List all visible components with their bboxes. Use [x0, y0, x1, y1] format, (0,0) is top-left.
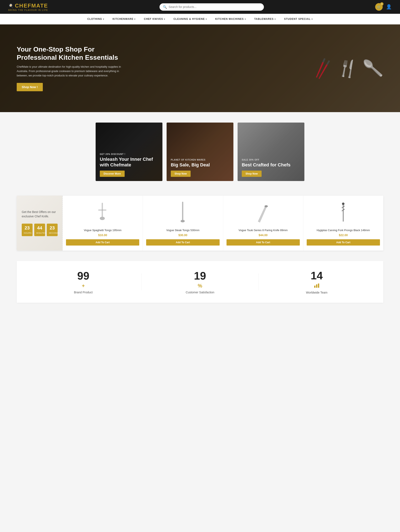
nav-item-kitchenware[interactable]: KITCHENWARE ▾	[108, 14, 140, 24]
deals-container: Get the Best Offers on our exclusive Che…	[17, 196, 383, 251]
svg-point-4	[181, 220, 185, 222]
stat-team-label: Worldwide Team	[306, 291, 328, 294]
chevron-down-icon: ▾	[134, 18, 135, 20]
add-to-cart-button-1[interactable]: Add To Cart	[66, 239, 139, 246]
product-2-name: Vogue Steak Tongs 530mm	[166, 229, 199, 232]
product-card-1: Vogue Spaghetti Tongs 195mm $10.00 Add T…	[63, 196, 143, 251]
promo-card-3-button[interactable]: Shop Now	[242, 171, 262, 177]
countdown-seconds-value: 23	[49, 225, 56, 231]
countdown-hours-value: 23	[24, 225, 31, 231]
hero-content: Your One-Stop Shop For Professional Kitc…	[17, 45, 125, 91]
hero-title: Your One-Stop Shop For Professional Kitc…	[17, 45, 125, 61]
cart-badge: 0	[380, 2, 383, 6]
stat-worldwide-team: 14 Worldwide Team	[259, 269, 375, 294]
hero-description: ChefMate is your ultimate destination fo…	[17, 65, 125, 78]
product-1-image	[90, 201, 115, 226]
svg-rect-10	[314, 286, 315, 288]
countdown-minutes-label: Minutes	[36, 232, 46, 234]
product-3-image	[251, 201, 276, 226]
product-3-name: Vogue Tsuki Series 8 Paring Knife 89mm	[238, 229, 287, 232]
nav-item-kitchen-machines[interactable]: KITCHEN MACHINES ▾	[211, 14, 250, 24]
add-to-cart-button-3[interactable]: Add To Cart	[227, 239, 300, 246]
whisk-icon: 🥢	[310, 56, 336, 81]
cart-button[interactable]: 🛒 0	[375, 3, 383, 11]
stat-team-number: 14	[259, 269, 375, 282]
bar-chart-icon	[259, 283, 375, 289]
product-4-price: $22.00	[339, 234, 348, 237]
nav-item-chef-knives[interactable]: CHEF KNIVES ▾	[140, 14, 169, 24]
svg-rect-3	[182, 202, 183, 221]
nav-label-kitchen-machines: KITCHEN MACHINES	[215, 18, 244, 20]
promo-card-1-title: Unleash Your Inner Chef with Chefmate	[100, 157, 158, 168]
svg-rect-12	[318, 284, 319, 288]
nav-item-cleaning[interactable]: CLEANING & HYGIENE ▾	[169, 14, 211, 24]
countdown-minutes: 44 Minutes	[34, 224, 45, 236]
promo-card-2-title: Big Sale, Big Deal	[171, 162, 229, 168]
search-input[interactable]	[169, 5, 260, 9]
nav-item-student-special[interactable]: STUDENT SPECIAL ▾	[280, 14, 317, 24]
countdown-timer: 23 Hours 44 Minutes 23 Seconds	[22, 224, 57, 236]
deals-sidebar: Get the Best Offers on our exclusive Che…	[17, 196, 63, 251]
hero-shop-now-button[interactable]: Shop Now !	[17, 83, 43, 91]
stat-brand-label: Brand Product	[74, 291, 93, 294]
main-nav: CLOTHING ▾ KITCHENWARE ▾ CHEF KNIVES ▾ C…	[0, 14, 400, 25]
chevron-down-icon: ▾	[164, 18, 165, 20]
products-row: Vogue Spaghetti Tongs 195mm $10.00 Add T…	[63, 196, 383, 251]
percent-icon: %	[142, 283, 258, 289]
nav-label-tablewares: TABLEWARES	[254, 18, 274, 20]
search-icon: 🔍	[163, 5, 167, 9]
add-to-cart-button-4[interactable]: Add To Cart	[307, 239, 380, 246]
user-account-icon[interactable]: 👤	[386, 4, 392, 10]
chevron-down-icon: ▾	[206, 18, 207, 20]
countdown-minutes-value: 44	[36, 225, 43, 231]
nav-label-chef-knives: CHEF KNIVES	[144, 18, 163, 20]
promo-card-1-tag: GET 20% DISCOUNT !	[100, 153, 158, 155]
svg-rect-11	[316, 284, 317, 288]
countdown-seconds: 23 Seconds	[47, 224, 58, 236]
promo-card-2-button[interactable]: Shop Now	[171, 171, 190, 177]
site-header: 🍳 CHEFMATE BRING THE FLAVOUR IN LIFE 🔍 🛒…	[0, 0, 400, 14]
stat-satisfaction-number: 19	[142, 270, 258, 282]
deals-section: Get the Best Offers on our exclusive Che…	[0, 191, 400, 261]
nav-item-clothing[interactable]: CLOTHING ▾	[83, 14, 108, 24]
svg-point-5	[265, 205, 268, 207]
stat-brand-number: 99	[25, 270, 141, 282]
nav-label-student-special: STUDENT SPECIAL	[284, 18, 311, 20]
product-1-price: $10.00	[98, 234, 107, 237]
promo-card-1[interactable]: GET 20% DISCOUNT ! Unleash Your Inner Ch…	[96, 123, 162, 181]
countdown-hours-label: Hours	[24, 232, 32, 234]
product-3-price: $44.00	[259, 234, 268, 237]
nav-item-tablewares[interactable]: TABLEWARES ▾	[250, 14, 280, 24]
product-card-3: Vogue Tsuki Series 8 Paring Knife 89mm $…	[223, 196, 303, 251]
product-2-price: $30.00	[178, 234, 187, 237]
promo-section: GET 20% DISCOUNT ! Unleash Your Inner Ch…	[0, 112, 400, 191]
product-card-2: Vogue Steak Tongs 530mm $30.00 Add To Ca…	[143, 196, 223, 251]
countdown-hours: 23 Hours	[22, 224, 32, 236]
promo-card-2-content: PLANET OF KITCHEN WARES Big Sale, Big De…	[167, 154, 233, 181]
svg-point-1	[100, 217, 105, 220]
svg-point-7	[342, 203, 344, 205]
promo-card-3-content: SALE 30% OFF Best Crafted for Chefs Shop…	[238, 154, 304, 181]
promo-card-3-tag: SALE 30% OFF	[242, 159, 300, 161]
nav-label-cleaning: CLEANING & HYGIENE	[173, 18, 205, 20]
product-2-image	[170, 201, 195, 226]
promo-card-1-button[interactable]: Discover More	[100, 171, 125, 177]
chevron-down-icon: ▾	[274, 18, 276, 20]
logo-hat-icon: 🍳	[8, 3, 13, 8]
hero-utensils-decoration: 🥢 🍴 🥄	[312, 58, 383, 78]
hero-section: Your One-Stop Shop For Professional Kitc…	[0, 25, 400, 112]
ladle-icon: 🥄	[362, 58, 384, 79]
stats-section: 99 + Brand Product 19 % Customer Satisfa…	[17, 261, 383, 303]
promo-card-3[interactable]: SALE 30% OFF Best Crafted for Chefs Shop…	[238, 123, 304, 181]
logo-subtitle: BRING THE FLAVOUR IN LIFE	[8, 9, 48, 11]
chevron-down-icon: ▾	[245, 18, 246, 20]
stat-customer-satisfaction: 19 % Customer Satisfaction	[142, 270, 258, 294]
header-actions: 🛒 0 👤	[375, 3, 392, 11]
logo-text: CHEFMATE	[15, 2, 48, 9]
promo-card-2[interactable]: PLANET OF KITCHEN WARES Big Sale, Big De…	[167, 123, 233, 181]
product-4-image	[331, 201, 356, 226]
logo[interactable]: 🍳 CHEFMATE BRING THE FLAVOUR IN LIFE	[8, 2, 48, 11]
add-to-cart-button-2[interactable]: Add To Cart	[146, 239, 219, 246]
product-1-name: Vogue Spaghetti Tongs 195mm	[84, 229, 121, 232]
stat-brand-product: 99 + Brand Product	[25, 270, 141, 294]
